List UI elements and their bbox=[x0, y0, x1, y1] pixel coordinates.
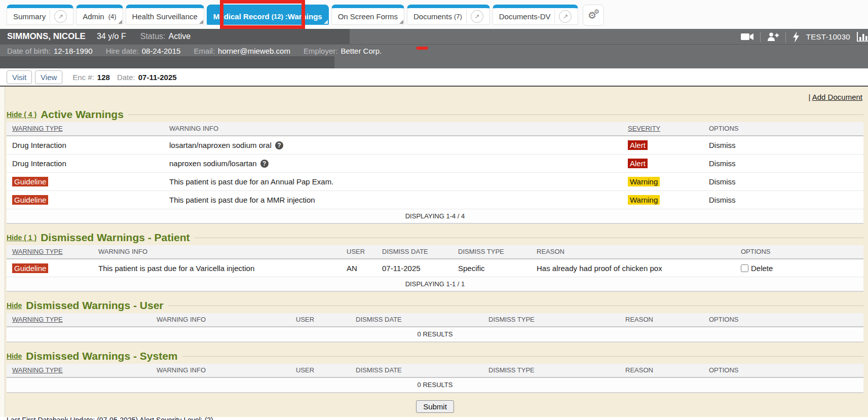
submit-row: Submit bbox=[7, 400, 863, 413]
col-user: USER bbox=[296, 364, 314, 377]
delete-checkbox[interactable] bbox=[741, 264, 748, 272]
dismissed-patient-title: Dismissed Warnings - Patient bbox=[41, 232, 190, 244]
col-reason: REASON bbox=[625, 364, 653, 377]
col-warning-info: WARNING INFO bbox=[169, 122, 218, 135]
col-dismiss-date: DISMISS DATE bbox=[356, 364, 402, 377]
dismiss-link[interactable]: Dismiss bbox=[709, 155, 736, 172]
table-header-row: WARNING TYPE WARNING INFO USER DISMISS D… bbox=[7, 245, 863, 259]
col-dismiss-date: DISMISS DATE bbox=[356, 313, 402, 326]
warning-type: Drug Interaction bbox=[12, 136, 66, 154]
col-dismiss-type: DISMISS TYPE bbox=[488, 364, 535, 377]
gear-icon: ⚙ bbox=[594, 9, 599, 15]
tab-on-screen-forms[interactable]: On Screen Forms bbox=[331, 5, 404, 25]
warning-type: Drug Interaction bbox=[12, 155, 66, 172]
section-rule bbox=[182, 356, 864, 357]
dismissed-user-header: Hide Dismissed Warnings - User bbox=[7, 298, 863, 313]
warning-info: naproxen sodium/losartan ? bbox=[169, 155, 269, 172]
add-user-icon[interactable] bbox=[767, 32, 779, 41]
hide-active-warnings-link[interactable]: Hide ( 4 ) bbox=[7, 110, 36, 119]
delete-label: Delete bbox=[751, 264, 773, 273]
col-dismiss-type: DISMISS TYPE bbox=[458, 245, 504, 258]
add-document-link[interactable]: Add Document bbox=[812, 93, 862, 101]
bar-chart-icon[interactable] bbox=[857, 32, 868, 42]
empty-results: 0 RESULTS bbox=[7, 327, 863, 342]
tab-medical-record-suffix: :Warnings bbox=[285, 12, 322, 21]
dismiss-date-cell: 07-11-2025 bbox=[382, 259, 421, 277]
col-dismiss-type: DISMISS TYPE bbox=[488, 313, 535, 326]
lightning-bolt-icon[interactable] bbox=[792, 31, 800, 43]
severity-cell: Warning bbox=[628, 173, 660, 190]
col-options: OPTIONS bbox=[709, 313, 739, 326]
dismissed-patient-header: Hide ( 1 ) Dismissed Warnings - Patient bbox=[7, 230, 863, 245]
encounter-toolbar: Visit View Enc #: 128 Date: 07-11-2025 bbox=[0, 68, 868, 87]
dismissed-system-table: WARNING TYPE WARNING INFO USER DISMISS D… bbox=[7, 364, 863, 393]
col-warning-type[interactable]: WARNING TYPE bbox=[12, 122, 63, 135]
section-rule bbox=[128, 114, 863, 115]
tab-admin[interactable]: Admin (4) bbox=[76, 5, 123, 25]
dismissed-patient-table: WARNING TYPE WARNING INFO USER DISMISS D… bbox=[7, 245, 863, 292]
col-options: OPTIONS bbox=[709, 122, 739, 135]
col-user: USER bbox=[296, 313, 314, 326]
tab-admin-count: (4) bbox=[108, 13, 117, 20]
patient-id: TEST-10030 bbox=[806, 32, 850, 41]
col-options: OPTIONS bbox=[741, 245, 771, 258]
enc-number-value: 128 bbox=[97, 73, 110, 82]
severity-badge: Warning bbox=[628, 195, 660, 205]
col-user: USER bbox=[347, 245, 365, 258]
warning-type: Guideline bbox=[12, 191, 48, 209]
severity-cell: Alert bbox=[628, 155, 648, 172]
dismiss-link[interactable]: Dismiss bbox=[709, 136, 736, 154]
user-cell: AN bbox=[347, 259, 357, 277]
hide-dismissed-system-link[interactable]: Hide bbox=[7, 352, 22, 360]
visit-button[interactable]: Visit bbox=[7, 70, 32, 84]
settings-button[interactable]: ⚙ ⚙ bbox=[583, 5, 604, 26]
enc-number-label: Enc #: bbox=[72, 73, 94, 82]
popout-arrow-icon[interactable]: ↗ bbox=[54, 10, 67, 23]
employer-label: Employer: bbox=[304, 47, 338, 55]
employer-value: Better Corp. bbox=[341, 47, 382, 55]
view-button[interactable]: View bbox=[35, 70, 62, 84]
submit-button[interactable]: Submit bbox=[416, 400, 454, 413]
guideline-badge: Guideline bbox=[12, 177, 48, 186]
hide-dismissed-user-link[interactable]: Hide bbox=[7, 301, 22, 310]
col-warning-type[interactable]: WARNING TYPE bbox=[12, 313, 63, 326]
tab-documents-count: (7) bbox=[454, 13, 462, 20]
video-camera-icon[interactable] bbox=[741, 33, 753, 41]
col-warning-type[interactable]: WARNING TYPE bbox=[12, 245, 63, 258]
tab-health-surveillance[interactable]: Health Surveillance bbox=[126, 5, 204, 25]
tab-summary[interactable]: Summary ↗ bbox=[7, 5, 73, 25]
tab-medical-record-label: Medical Record bbox=[213, 12, 270, 21]
tab-documents[interactable]: Documents (7) ↗ bbox=[407, 5, 490, 25]
severity-badge: Alert bbox=[628, 140, 648, 150]
popout-arrow-icon[interactable]: ↗ bbox=[559, 10, 572, 23]
patient-header: SIMMONS, NICOLE 34 y/o F Status: Active … bbox=[0, 29, 868, 68]
col-warning-info: WARNING INFO bbox=[157, 364, 206, 377]
tab-on-screen-forms-label: On Screen Forms bbox=[338, 12, 398, 21]
paging-status: DISPLAYING 1-1 / 1 bbox=[7, 277, 863, 292]
active-warnings-title: Active Warnings bbox=[41, 108, 124, 121]
col-severity[interactable]: SEVERITY bbox=[628, 122, 660, 135]
col-warning-type[interactable]: WARNING TYPE bbox=[12, 364, 63, 377]
patient-header-dark-block bbox=[0, 56, 334, 68]
col-options: OPTIONS bbox=[709, 364, 739, 377]
tab-medical-record-count: (12) bbox=[272, 13, 283, 20]
table-row: Drug Interaction naproxen sodium/losarta… bbox=[7, 155, 863, 173]
dismissed-system-title: Dismissed Warnings - System bbox=[26, 350, 177, 362]
tab-medical-record-warnings[interactable]: Medical Record (12) :Warnings bbox=[207, 5, 329, 25]
tab-documents-dv[interactable]: Documents-DV ↗ bbox=[493, 5, 579, 25]
help-icon[interactable]: ? bbox=[260, 160, 269, 168]
popout-arrow-icon[interactable]: ↗ bbox=[471, 10, 483, 23]
hide-dismissed-patient-link[interactable]: Hide ( 1 ) bbox=[7, 234, 36, 242]
table-header-row: WARNING TYPE WARNING INFO USER DISMISS D… bbox=[7, 313, 863, 327]
hire-date-value: 08-24-2015 bbox=[142, 47, 181, 55]
dismissed-user-title: Dismissed Warnings - User bbox=[26, 299, 163, 312]
dismiss-link[interactable]: Dismiss bbox=[709, 191, 736, 209]
hire-date-label: Hire date: bbox=[106, 47, 139, 55]
warning-type: Guideline bbox=[12, 173, 48, 190]
dismiss-link[interactable]: Dismiss bbox=[709, 173, 736, 190]
empty-results: 0 RESULTS bbox=[7, 378, 863, 393]
icon-divider bbox=[760, 32, 761, 42]
help-icon[interactable]: ? bbox=[275, 141, 283, 149]
table-header-row: WARNING TYPE WARNING INFO USER DISMISS D… bbox=[7, 364, 863, 378]
warning-type: Guideline bbox=[12, 259, 48, 277]
